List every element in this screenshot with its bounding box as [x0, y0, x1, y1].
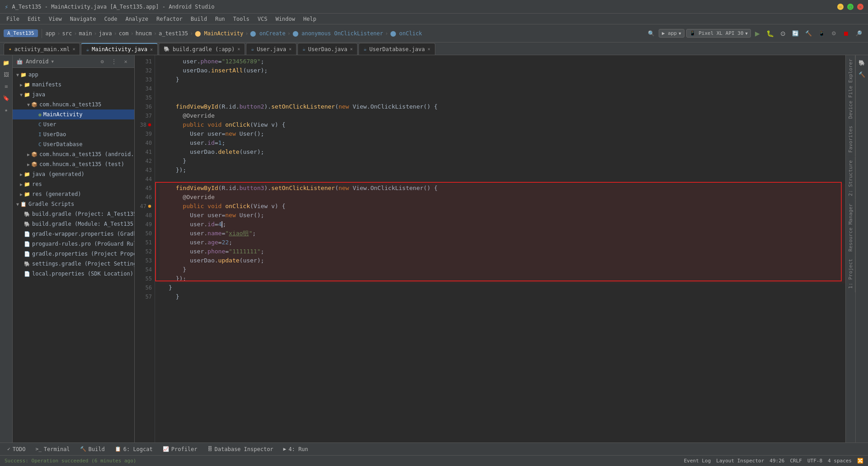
menu-tools[interactable]: Tools [230, 15, 253, 23]
tab-userdao-java[interactable]: ☕ UserDao.java × [297, 43, 358, 55]
code-content[interactable]: user.phone="123456789"; userDao.insertAl… [155, 55, 852, 442]
stop-btn[interactable]: ⏹ [840, 29, 851, 38]
sidebar-favorites-icon[interactable]: ★ [1, 105, 11, 115]
build-btn[interactable]: 🔨 [803, 29, 814, 38]
window-controls[interactable]: — □ ✕ [837, 4, 863, 10]
layout-inspector[interactable]: Layout Inspector [716, 458, 764, 464]
tree-item-local-props[interactable]: ▶ 📄 local.properties (SDK Location) [13, 269, 134, 279]
bottom-tab-run[interactable]: ▶ 4: Run [279, 444, 313, 455]
bottom-tab-logcat[interactable]: 📋 6: Logcat [110, 444, 157, 455]
close-btn[interactable]: ✕ [857, 4, 863, 10]
event-log[interactable]: Event Log [684, 458, 711, 464]
breadcrumb-class[interactable]: ⬤ MainActivity [195, 30, 243, 37]
tree-item-user[interactable]: ▶ C User [13, 119, 134, 129]
tree-item-userdatabase[interactable]: ▶ C UserDatabase [13, 139, 134, 149]
right-tab-device-file[interactable]: Device File Explorer [846, 55, 855, 122]
menu-window[interactable]: Window [272, 15, 298, 23]
tree-item-java[interactable]: ▼ 📁 java [13, 90, 134, 100]
sync-btn[interactable]: 🔄 [790, 29, 801, 38]
breadcrumb-src[interactable]: src [62, 30, 72, 37]
minimize-btn[interactable]: — [837, 4, 844, 10]
indent-info[interactable]: 4 spaces [828, 458, 852, 464]
menu-run[interactable]: Run [212, 15, 229, 23]
tree-item-userdao[interactable]: ▶ I UserDao [13, 129, 134, 139]
tab-activity-main-xml[interactable]: ✦ activity_main.xml × [4, 43, 80, 55]
sidebar-project-icon[interactable]: 📁 [1, 58, 11, 68]
run-btn[interactable]: ▶ [753, 29, 762, 38]
tree-item-res[interactable]: ▶ 📁 res [13, 179, 134, 189]
tree-item-settings-gradle[interactable]: ▶ 🐘 settings.gradle (Project Settings) [13, 259, 134, 269]
breadcrumb-anon[interactable]: ⬤ anonymous OnClickListener [292, 30, 383, 37]
breadcrumb-method1[interactable]: ⬤ onCreate [250, 30, 285, 37]
right-tab-resource[interactable]: Resource Manager [846, 200, 855, 255]
tab-close[interactable]: × [150, 47, 153, 52]
breadcrumb-method2[interactable]: ⬤ onClick [390, 30, 422, 37]
bottom-tab-profiler[interactable]: 📈 Profiler [158, 444, 202, 455]
tree-item-pkg[interactable]: ▼ 📦 com.hnucm.a_test135 [13, 100, 134, 109]
bottom-tab-todo[interactable]: ✓ TODO [3, 444, 30, 455]
menu-code[interactable]: Code [101, 15, 121, 23]
menu-refactor[interactable]: Refactor [153, 15, 186, 23]
bottom-tab-build[interactable]: 🔨 Build [75, 444, 109, 455]
menu-analyze[interactable]: Analyze [122, 15, 152, 23]
tab-close[interactable]: × [72, 47, 75, 52]
app-selector[interactable]: ▶ app ▼ [659, 29, 684, 38]
sidebar-gradle-icon[interactable]: 🐘 [857, 58, 867, 68]
breadcrumb-app[interactable]: app [46, 30, 56, 37]
bottom-tab-database-inspector[interactable]: 🗄 Database Inspector [203, 444, 278, 455]
bottom-tab-terminal[interactable]: >_ Terminal [31, 444, 75, 455]
tree-item-java-gen[interactable]: ▶ 📁 java (generated) [13, 169, 134, 179]
tree-item-build-gradle-module[interactable]: ▶ 🐘 build.gradle (Module: A_Test135... [13, 219, 134, 229]
tree-item-gradle-props[interactable]: ▶ 📄 gradle.properties (Project Proper... [13, 249, 134, 259]
tab-close[interactable]: × [237, 47, 240, 52]
menu-navigate[interactable]: Navigate [66, 15, 100, 23]
sidebar-bookmarks-icon[interactable]: 🔖 [1, 93, 11, 103]
toolbar-search[interactable]: 🔎 [853, 29, 864, 38]
search-btn[interactable]: 🔍 [646, 29, 657, 38]
tree-item-gradle-wrapper[interactable]: ▶ 📄 gradle-wrapper.properties (Gradk... [13, 229, 134, 239]
maximize-btn[interactable]: □ [847, 4, 854, 10]
sdk-btn[interactable]: ⚙ [829, 29, 839, 38]
menu-build[interactable]: Build [187, 15, 211, 23]
project-badge[interactable]: A_Test135 [4, 29, 38, 37]
gear-icon[interactable]: ⚙ [97, 57, 107, 67]
tree-item-mainactivity[interactable]: ▶ ● MainActivity [13, 109, 134, 119]
menu-help[interactable]: Help [300, 15, 320, 23]
breadcrumb-java[interactable]: java [99, 30, 112, 37]
tab-user-java[interactable]: ☕ User.java × [246, 43, 297, 55]
tree-item-app[interactable]: ▼ 📁 app [13, 70, 134, 80]
menu-file[interactable]: File [3, 15, 23, 23]
tab-build-gradle[interactable]: 🐘 build.gradle (:app) × [159, 43, 245, 55]
breadcrumb-main[interactable]: main [79, 30, 92, 37]
breadcrumb-com[interactable]: com [119, 30, 129, 37]
debug-btn[interactable]: 🐛 [764, 29, 776, 38]
tab-userdatabase-java[interactable]: ☕ UserDatabase.java × [359, 43, 435, 55]
tab-close[interactable]: × [289, 47, 292, 52]
menu-edit[interactable]: Edit [24, 15, 44, 23]
close-panel-icon[interactable]: ✕ [121, 57, 131, 67]
encoding[interactable]: UTF-8 [807, 458, 822, 464]
tab-close[interactable]: × [350, 47, 353, 52]
tree-item-pkg-android[interactable]: ▶ 📦 com.hnucm.a_test135 (android... [13, 149, 134, 159]
tree-item-manifests[interactable]: ▶ 📁 manifests [13, 80, 134, 90]
right-tab-favorites[interactable]: Favorites [846, 122, 855, 157]
avd-btn[interactable]: 📱 [816, 29, 827, 38]
sidebar-resource-icon[interactable]: 🖼 [1, 70, 11, 80]
breadcrumb-pkg[interactable]: a_test135 [159, 30, 188, 37]
run-coverage-btn[interactable]: ⊙ [778, 29, 788, 38]
tree-item-proguard[interactable]: ▶ 📄 proguard-rules.pro (ProGuard Rul... [13, 239, 134, 249]
settings-icon[interactable]: ⋮ [109, 57, 119, 67]
line-separator[interactable]: CRLF [790, 458, 802, 464]
menu-vcs[interactable]: VCS [254, 15, 271, 23]
sidebar-build-icon[interactable]: 🔨 [857, 70, 867, 80]
tree-item-gradle-scripts[interactable]: ▼ 📋 Gradle Scripts [13, 199, 134, 209]
tab-close[interactable]: × [428, 47, 430, 52]
menu-view[interactable]: View [45, 15, 66, 23]
right-tab-project[interactable]: 1: Project [846, 255, 855, 292]
tree-item-build-gradle-project[interactable]: ▶ 🐘 build.gradle (Project: A_Test135) [13, 209, 134, 219]
code-editor[interactable]: 31 32 33 34 35 36 37 38⏺ 39 40 41 42 43 … [135, 55, 855, 442]
device-selector[interactable]: 📱 Pixel XL API 30 ▼ [686, 29, 751, 38]
right-tab-structure[interactable]: 2: Structure [846, 157, 855, 200]
tree-item-res-gen[interactable]: ▶ 📁 res (generated) [13, 189, 134, 199]
tree-item-pkg-test[interactable]: ▶ 📦 com.hnucm.a_test135 (test) [13, 159, 134, 169]
